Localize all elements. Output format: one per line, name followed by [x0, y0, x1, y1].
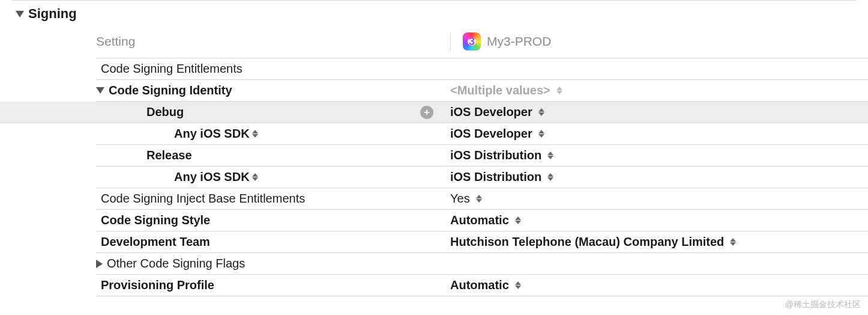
- setting-value[interactable]: iOS Distribution: [444, 148, 553, 162]
- setting-value[interactable]: Automatic: [444, 213, 521, 227]
- row-code-signing-entitlements[interactable]: Code Signing Entitlements: [96, 58, 868, 80]
- column-setting-header: Setting: [96, 34, 444, 49]
- setting-value[interactable]: Yes: [444, 192, 482, 206]
- settings-rows: Code Signing Entitlements Code Signing I…: [96, 58, 868, 296]
- updown-icon: [476, 195, 482, 203]
- row-other-code-signing-flags[interactable]: Other Code Signing Flags: [96, 253, 868, 275]
- setting-label: Code Signing Identity: [96, 84, 444, 97]
- row-development-team[interactable]: Development Team Hutchison Telephone (Ma…: [96, 231, 868, 253]
- updown-icon: [252, 173, 258, 181]
- setting-label: Release: [96, 148, 444, 162]
- row-code-signing-identity[interactable]: Code Signing Identity <Multiple values>: [96, 80, 868, 102]
- updown-icon: [515, 216, 521, 224]
- setting-label: Code Signing Style: [96, 213, 444, 227]
- setting-value[interactable]: iOS Distribution: [444, 170, 553, 184]
- section-header-signing[interactable]: Signing: [0, 2, 868, 29]
- app-icon: [463, 32, 481, 50]
- setting-label: Any iOS SDK: [96, 170, 444, 184]
- setting-value[interactable]: <Multiple values>: [444, 84, 562, 97]
- updown-icon: [538, 108, 544, 116]
- row-code-signing-style[interactable]: Code Signing Style Automatic: [96, 210, 868, 231]
- chevron-right-icon[interactable]: [96, 260, 103, 268]
- updown-icon: [547, 173, 553, 181]
- target-name: My3-PROD: [487, 34, 551, 49]
- updown-icon: [252, 130, 258, 138]
- setting-label: Development Team: [96, 235, 444, 249]
- setting-value[interactable]: Hutchison Telephone (Macau) Company Limi…: [444, 235, 736, 249]
- column-headers: Setting My3-PROD: [96, 29, 868, 58]
- setting-label: Debug +: [96, 105, 444, 119]
- updown-icon: [547, 151, 553, 159]
- setting-value[interactable]: Automatic: [444, 278, 521, 292]
- plus-icon[interactable]: +: [420, 106, 433, 119]
- setting-label: Code Signing Inject Base Entitlements: [96, 192, 444, 206]
- setting-label: Any iOS SDK: [96, 127, 444, 141]
- setting-label: Other Code Signing Flags: [96, 257, 444, 271]
- row-debug[interactable]: Debug + iOS Developer: [0, 102, 868, 123]
- setting-value[interactable]: iOS Developer: [444, 127, 544, 141]
- chevron-down-icon[interactable]: [96, 87, 104, 94]
- watermark: @稀土掘金技术社区: [785, 299, 861, 310]
- updown-icon: [515, 281, 521, 289]
- updown-icon: [556, 87, 562, 94]
- row-release-any-ios-sdk[interactable]: Any iOS SDK iOS Distribution: [96, 167, 868, 188]
- chevron-down-icon: [16, 11, 24, 17]
- setting-value[interactable]: iOS Developer: [444, 105, 544, 119]
- updown-icon: [730, 238, 736, 246]
- row-provisioning-profile[interactable]: Provisioning Profile Automatic: [96, 275, 868, 296]
- row-inject-base-entitlements[interactable]: Code Signing Inject Base Entitlements Ye…: [96, 188, 868, 210]
- row-release[interactable]: Release iOS Distribution: [96, 145, 868, 167]
- divider: [450, 32, 451, 50]
- updown-icon: [538, 130, 544, 138]
- setting-label: Code Signing Entitlements: [96, 62, 444, 76]
- setting-label: Provisioning Profile: [96, 278, 444, 292]
- column-target-header[interactable]: My3-PROD: [444, 32, 551, 50]
- row-debug-any-ios-sdk[interactable]: Any iOS SDK iOS Developer: [96, 123, 868, 145]
- section-title: Signing: [28, 6, 77, 22]
